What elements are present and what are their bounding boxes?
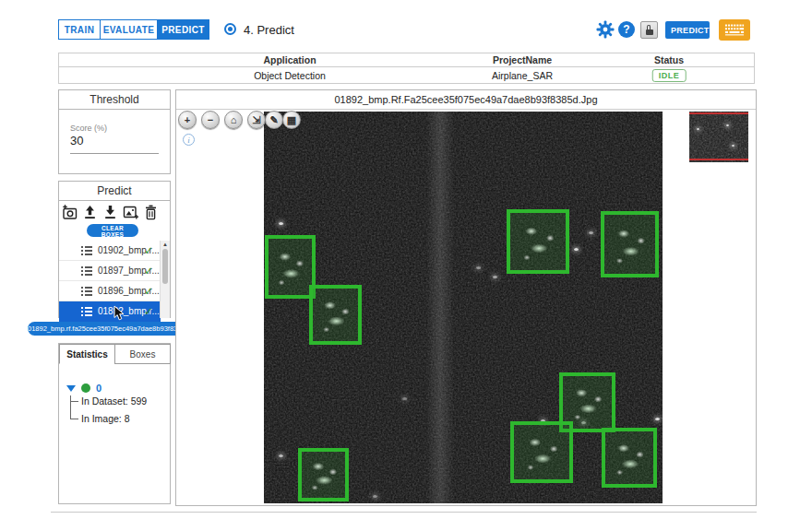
trash-icon [144,205,158,220]
detection-box[interactable] [507,209,569,274]
in-dataset-count: In Dataset: 599 [81,395,147,407]
file-row-01902[interactable]: 01902_bmp.r... ✓ [59,241,161,261]
thumb-speck [732,145,734,147]
list-icon [81,287,92,296]
zoom-in-button[interactable]: + [178,111,197,129]
tree-line [70,419,78,419]
in-image-count: In Image: 8 [81,413,130,424]
download-icon [102,205,118,220]
statistics-panel: Statistics Boxes 0 In Dataset: 599 In Im… [58,343,171,504]
sar-speck [279,454,283,457]
sar-image[interactable] [264,112,663,503]
add-a-photo-icon [62,205,78,220]
col-projectname: ProjectName [493,54,552,65]
threshold-title: Threshold [59,90,170,110]
col-application: Application [263,54,316,65]
image-viewer-panel: 01892_bmp.Rf.Fa25cee35f075ec49a7dae8b93f… [175,89,757,506]
file-row-01897[interactable]: 01897_bmp.r... ✓ [59,261,161,281]
scroll-up-icon[interactable]: ▲ [161,242,170,247]
home-button[interactable]: ⌂ [224,111,243,129]
filename-tooltip: 01892_bmp.rf.fa25cee35f075ec49a7dae8b93f… [28,322,185,336]
tab-statistics[interactable]: Statistics [59,344,115,364]
application-value: Object Detection [254,70,326,81]
file-list-scrollbar[interactable]: ▲ [160,241,170,318]
predict-panel: Predict [58,181,171,318]
edit-button[interactable]: ✎ [265,111,283,129]
lock-icon [646,29,653,35]
viewport-indicator-bottom [689,159,748,160]
keyboard-icon [724,23,745,37]
project-table-row[interactable]: Object Detection Airplane_SAR IDLE [58,66,755,84]
file-row-01892[interactable]: 01892_bmp.r... ✓ [59,301,161,322]
tree-line [70,401,78,402]
sar-speck [493,276,497,278]
list-icon [81,246,92,255]
app-window: TRAIN EVALUATE PREDICT 4. Predict [0,0,812,519]
add-photo-button[interactable] [62,205,78,220]
zoom-out-button[interactable]: − [201,111,220,129]
detection-box[interactable] [265,235,316,299]
check-icon: ✓ [144,285,153,298]
detection-box[interactable] [309,285,362,345]
keyboard-button[interactable] [719,19,750,41]
tab-train[interactable]: TRAIN [58,19,101,40]
clear-boxes-button[interactable]: CLEAR BOXES [87,224,138,237]
tab-predict[interactable]: PREDICT [157,19,209,40]
download-button[interactable] [102,205,118,220]
thumb-speck [726,124,729,126]
class-tree-node[interactable]: 0 [66,383,102,394]
score-label: Score (%) [70,124,107,133]
viewport-indicator-top [689,112,748,114]
file-row-01896[interactable]: 01896_bmp.r... ✓ [59,281,161,301]
lock-button[interactable] [640,21,658,39]
predict-title: Predict [59,182,170,201]
bottom-divider [51,512,757,513]
status-cell: IDLE [652,69,687,82]
class-color-dot [81,383,90,393]
score-input[interactable]: 30 [70,134,83,147]
navigator-thumbnail[interactable] [689,112,748,162]
sar-speck [589,231,593,234]
tab-boxes[interactable]: Boxes [114,344,171,364]
thumbnail-noise [689,112,748,162]
delete-button[interactable] [143,205,159,220]
check-icon: ✓ [144,305,153,318]
tab-evaluate[interactable]: EVALUATE [100,19,158,40]
predict-toolbar [59,204,161,220]
full-page-button[interactable]: ⇲ [247,111,266,129]
predict-run-button[interactable]: PREDICT [665,21,710,39]
prediction-file-list: 01902_bmp.r... ✓ 01897_bmp.r... ✓ 01896_… [59,241,161,322]
gear-icon [596,20,615,39]
help-icon[interactable]: ? [618,21,635,38]
step-label: 4. Predict [244,23,294,37]
detection-box[interactable] [298,448,349,501]
scrollbar-thumb[interactable] [162,249,168,284]
sar-runway-streak [426,112,454,503]
radio-dot-icon [228,27,233,31]
upload-button[interactable] [82,205,98,220]
sar-speck [279,222,283,225]
settings-button[interactable] [596,20,615,39]
check-icon: ✓ [144,244,153,257]
list-icon [81,266,92,276]
grid-button[interactable]: ▦ [282,111,301,129]
sar-speck [655,418,660,420]
add-image-button[interactable] [123,205,138,220]
detection-box[interactable] [510,421,573,483]
project-table-header: Application ProjectName Status [58,53,755,67]
list-icon [81,307,92,316]
step-radio[interactable] [224,23,236,35]
score-input-underline [70,153,159,154]
sar-speck [574,248,579,251]
threshold-panel: Threshold Score (%) 30 [58,89,171,174]
class-id: 0 [96,383,102,394]
info-icon[interactable]: i [183,134,195,146]
col-status: Status [654,54,684,65]
detection-box[interactable] [601,211,659,277]
thumb-speck [697,128,699,130]
detection-box[interactable] [602,428,657,488]
collapse-triangle-icon[interactable] [66,385,76,392]
status-badge: IDLE [652,69,687,82]
add-image-icon [123,205,138,220]
check-icon: ✓ [144,265,153,277]
